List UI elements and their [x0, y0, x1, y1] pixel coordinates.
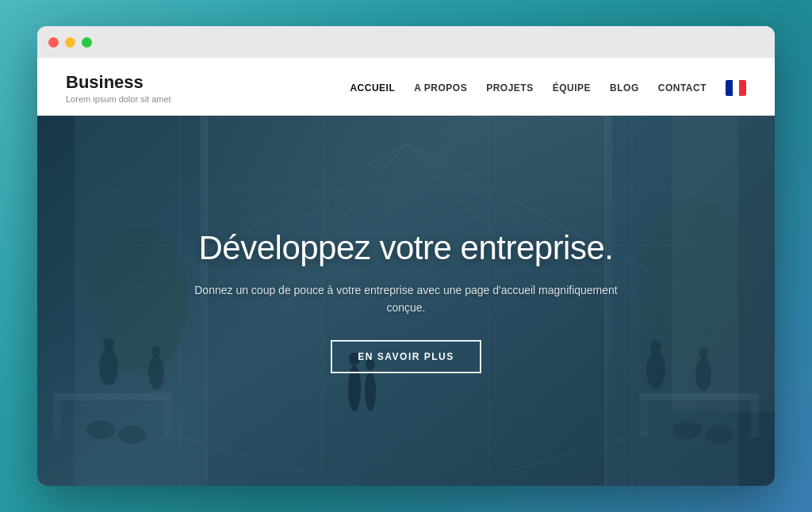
- hero-section: Développez votre entreprise. Donnez un c…: [37, 116, 775, 486]
- nav-item-a-propos[interactable]: A PROPOS: [414, 82, 467, 94]
- hero-title: Développez votre entreprise.: [199, 228, 614, 268]
- minimize-button[interactable]: [65, 37, 75, 48]
- brand-block: Business Lorem ipsum dolor sit amet: [66, 72, 171, 104]
- nav-item-contact[interactable]: CONTACT: [658, 82, 707, 94]
- maximize-button[interactable]: [82, 37, 92, 48]
- nav-item-projets[interactable]: PROJETS: [486, 82, 534, 94]
- browser-window: Business Lorem ipsum dolor sit amet ACCU…: [37, 26, 775, 486]
- brand-title: Business: [66, 72, 171, 93]
- page-content: Business Lorem ipsum dolor sit amet ACCU…: [37, 58, 775, 486]
- nav-links: ACCUEIL A PROPOS PROJETS ÉQUIPE BLOG CON…: [350, 80, 746, 96]
- brand-subtitle: Lorem ipsum dolor sit amet: [66, 94, 171, 104]
- hero-content: Développez votre entreprise. Donnez un c…: [37, 116, 775, 486]
- language-flag-icon[interactable]: [726, 80, 746, 96]
- navbar: Business Lorem ipsum dolor sit amet ACCU…: [37, 58, 775, 116]
- close-button[interactable]: [48, 37, 59, 48]
- nav-item-equipe[interactable]: ÉQUIPE: [553, 82, 591, 94]
- nav-item-accueil[interactable]: ACCUEIL: [350, 82, 395, 94]
- nav-item-blog[interactable]: BLOG: [610, 82, 639, 94]
- hero-subtitle: Donnez un coup de pouce à votre entrepri…: [184, 281, 628, 317]
- title-bar: [37, 26, 775, 58]
- hero-cta-button[interactable]: EN SAVOIR PLUS: [331, 340, 481, 373]
